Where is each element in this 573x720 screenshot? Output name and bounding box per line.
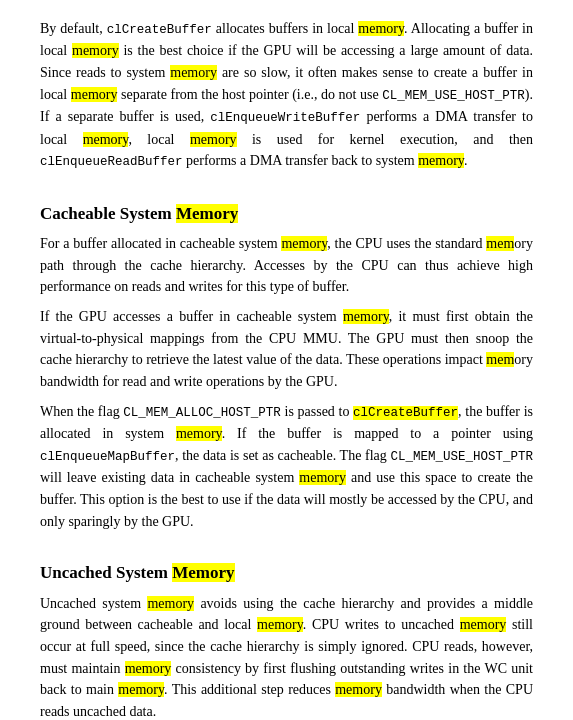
code-CL_MEM_USE_HOST_PTR-1: CL_MEM_USE_HOST_PTR bbox=[382, 89, 525, 103]
uncached-para-1: Uncached system memory avoids using the … bbox=[40, 593, 533, 720]
hl-c-mem-4: mem bbox=[486, 352, 514, 367]
hl-u-mem-2: memory bbox=[257, 617, 303, 632]
section-uncached-heading-hl: Memory bbox=[172, 563, 234, 582]
hl-memory-1: memory bbox=[358, 21, 404, 36]
section-cacheable-heading-plain: Cacheable System bbox=[40, 204, 176, 223]
section-uncached: Uncached System Memory Uncached system m… bbox=[40, 560, 533, 720]
hl-memory-7: memory bbox=[418, 153, 464, 168]
hl-c-mem-2: mem bbox=[486, 236, 514, 251]
hl-c-mem-1: memory bbox=[281, 236, 327, 251]
cacheable-para-1: For a buffer allocated in cacheable syst… bbox=[40, 233, 533, 298]
section-uncached-heading: Uncached System Memory bbox=[40, 560, 533, 586]
hl-memory-4: memory bbox=[71, 87, 118, 102]
code-clEnqueueReadBuffer: clEnqueueReadBuffer bbox=[40, 155, 183, 169]
hl-u-mem-3: memory bbox=[460, 617, 507, 632]
hl-u-mem-4: memory bbox=[125, 661, 172, 676]
code-hl-clCreateBuffer: clCreateBuffer bbox=[353, 406, 458, 420]
cacheable-para-3: When the flag CL_MEM_ALLOC_HOST_PTR is p… bbox=[40, 401, 533, 533]
code-CL_MEM_ALLOC_HOST_PTR-1: CL_MEM_ALLOC_HOST_PTR bbox=[123, 406, 281, 420]
section-cacheable-heading-hl: Memory bbox=[176, 204, 238, 223]
hl-u-mem-1: memory bbox=[147, 596, 194, 611]
hl-c-mem-5: memory bbox=[176, 426, 222, 441]
section-uncached-heading-plain: Uncached System bbox=[40, 563, 172, 582]
code-CL_MEM_USE_HOST_PTR-2: CL_MEM_USE_HOST_PTR bbox=[390, 450, 533, 464]
code-clEnqueueWriteBuffer: clEnqueueWriteBuffer bbox=[210, 111, 360, 125]
section-cacheable: Cacheable System Memory For a buffer all… bbox=[40, 201, 533, 533]
hl-c-mem-3: memory bbox=[343, 309, 389, 324]
hl-memory-6: memory bbox=[190, 132, 237, 147]
hl-u-mem-6: memory bbox=[335, 682, 382, 697]
code-clEnqueueMapBuffer: clEnqueueMapBuffer bbox=[40, 450, 175, 464]
code-clCreateBuffer: clCreateBuffer bbox=[107, 23, 212, 37]
section-cacheable-heading: Cacheable System Memory bbox=[40, 201, 533, 227]
hl-memory-2: memory bbox=[72, 43, 119, 58]
hl-memory-3: memory bbox=[170, 65, 217, 80]
intro-paragraph: By default, clCreateBuffer allocates buf… bbox=[40, 18, 533, 173]
hl-memory-5: memory bbox=[83, 132, 129, 147]
cacheable-para-2: If the GPU accesses a buffer in cacheabl… bbox=[40, 306, 533, 393]
hl-c-mem-6: memory bbox=[299, 470, 346, 485]
hl-u-mem-5: memory bbox=[118, 682, 164, 697]
